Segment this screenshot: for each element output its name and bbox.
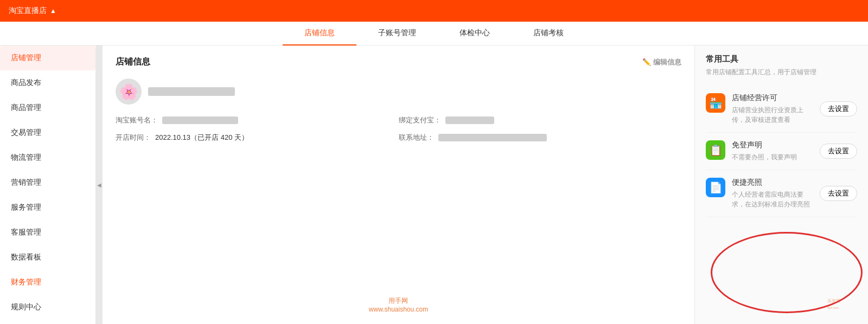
edit-label-text: 编辑信息 — [653, 57, 681, 67]
tab-sub-account[interactable]: 子账号管理 — [356, 22, 438, 46]
taobao-account-value — [162, 116, 238, 124]
sidebar-item-service-mgmt[interactable]: 服务管理 — [0, 195, 95, 220]
right-panel: 常用工具 常用店铺配置工具汇总，用于店铺管理 🏪店铺经营许可店铺营业执照行业资质… — [694, 46, 868, 324]
tab-shop-review[interactable]: 店铺考核 — [512, 22, 585, 46]
sidebar-item-trade-mgmt[interactable]: 交易管理 — [0, 120, 95, 145]
tool-item-exemption-statement: 📋免登声明不需要办照，我要声明去设置 — [706, 133, 857, 170]
edit-icon: ✏️ — [642, 58, 651, 66]
corner-watermark-container: 乐发网 6pf.com — [825, 281, 868, 324]
bind-alipay-row: 绑定支付宝： — [399, 115, 682, 125]
shop-avatar-row: 🌸 — [116, 79, 681, 105]
contact-address-label: 联系地址： — [399, 133, 434, 142]
sidebar-item-shop-mgmt[interactable]: 店铺管理 — [0, 46, 95, 70]
tool-detail-exemption-statement: 不需要办照，我要声明 — [732, 152, 813, 162]
sidebar-item-product-mgmt[interactable]: 商品管理 — [0, 95, 95, 120]
tool-name-exemption-statement: 免登声明 — [732, 140, 813, 150]
info-grid: 淘宝账号名： 绑定支付宝： 开店时间： 2022.10.13（已开店 420 天… — [116, 115, 681, 142]
taobao-account-label: 淘宝账号名： — [116, 115, 158, 125]
top-bar-caret[interactable]: ▲ — [50, 7, 56, 15]
sidebar-item-marketing-mgmt[interactable]: 营销管理 — [0, 170, 95, 195]
collapse-handle[interactable]: ◀ — [96, 46, 103, 324]
open-time-value: 2022.10.13（已开店 420 天） — [155, 133, 248, 142]
tool-btn-business-license[interactable]: 去设置 — [820, 101, 857, 116]
shop-avatar: 🌸 — [116, 79, 142, 105]
sidebar-item-customer-mgmt[interactable]: 客服管理 — [0, 220, 95, 245]
tool-info-quick-license: 便捷亮照个人经营者需应电商法要求，在达到标准后办理亮照 — [732, 178, 813, 209]
watermark-line1: 用手网 — [369, 296, 428, 306]
tab-health-check[interactable]: 体检中心 — [438, 22, 512, 46]
tool-item-business-license: 🏪店铺经营许可店铺营业执照行业资质上传，及审核进度查看去设置 — [706, 86, 857, 133]
panel-title: 常用工具 — [706, 54, 857, 64]
sidebar: 店铺管理商品发布商品管理交易管理物流管理营销管理服务管理客服管理数据看板财务管理… — [0, 46, 96, 324]
shop-name-blurred — [148, 87, 235, 96]
collapse-arrow-icon: ◀ — [97, 182, 101, 188]
open-time-row: 开店时间： 2022.10.13（已开店 420 天） — [116, 133, 399, 142]
edit-info-link[interactable]: ✏️ 编辑信息 — [642, 57, 681, 67]
top-bar-title: 淘宝直播店 — [9, 6, 47, 16]
tool-icon-exemption-statement: 📋 — [706, 140, 725, 160]
panel-description: 常用店铺配置工具汇总，用于店铺管理 — [706, 68, 857, 77]
tool-item-quick-license: 📄便捷亮照个人经营者需应电商法要求，在达到标准后办理亮照去设置 — [706, 170, 857, 217]
sidebar-item-rules-center[interactable]: 规则中心 — [0, 295, 95, 320]
sidebar-item-product-publish[interactable]: 商品发布 — [0, 70, 95, 95]
tool-name-business-license: 店铺经营许可 — [732, 93, 813, 103]
tool-icon-business-license: 🏪 — [706, 93, 725, 113]
tool-detail-quick-license: 个人经营者需应电商法要求，在达到标准后办理亮照 — [732, 190, 813, 209]
bind-alipay-value — [445, 116, 494, 124]
taobao-account-row: 淘宝账号名： — [116, 115, 399, 125]
tab-bar: 店铺信息子账号管理体检中心店铺考核 — [0, 22, 868, 46]
highlight-circle — [711, 232, 863, 313]
open-time-label: 开店时间： — [116, 133, 151, 142]
tool-btn-exemption-statement[interactable]: 去设置 — [820, 144, 857, 159]
sidebar-item-data-dashboard[interactable]: 数据看板 — [0, 245, 95, 270]
tool-name-quick-license: 便捷亮照 — [732, 178, 813, 187]
sidebar-item-finance-mgmt[interactable]: 财务管理 — [0, 270, 95, 295]
svg-text:乐发网: 乐发网 — [827, 299, 840, 303]
main-content: 店铺信息 ✏️ 编辑信息 🌸 淘宝账号名： 绑定支付宝： — [103, 46, 694, 324]
section-title-row: 店铺信息 ✏️ 编辑信息 — [116, 56, 681, 68]
tab-shop-info[interactable]: 店铺信息 — [283, 22, 356, 46]
bind-alipay-label: 绑定支付宝： — [399, 115, 441, 125]
sidebar-item-logistics-mgmt[interactable]: 物流管理 — [0, 145, 95, 170]
tool-btn-quick-license[interactable]: 去设置 — [820, 186, 857, 201]
watermark-line2: www.shuaishou.com — [369, 306, 428, 313]
contact-address-value — [438, 134, 547, 141]
section-title-text: 店铺信息 — [116, 56, 150, 68]
svg-text:6pf.com: 6pf.com — [827, 306, 839, 309]
top-bar: 淘宝直播店 ▲ — [0, 0, 868, 22]
tool-detail-business-license: 店铺营业执照行业资质上传，及审核进度查看 — [732, 105, 813, 125]
tool-info-exemption-statement: 免登声明不需要办照，我要声明 — [732, 140, 813, 162]
tool-icon-quick-license: 📄 — [706, 178, 725, 197]
sidebar-item-complaints[interactable]: 投诉申诉 — [0, 320, 95, 324]
watermark: 用手网 www.shuaishou.com — [369, 296, 428, 313]
tool-info-business-license: 店铺经营许可店铺营业执照行业资质上传，及审核进度查看 — [732, 93, 813, 125]
contact-address-row: 联系地址： — [399, 133, 682, 142]
